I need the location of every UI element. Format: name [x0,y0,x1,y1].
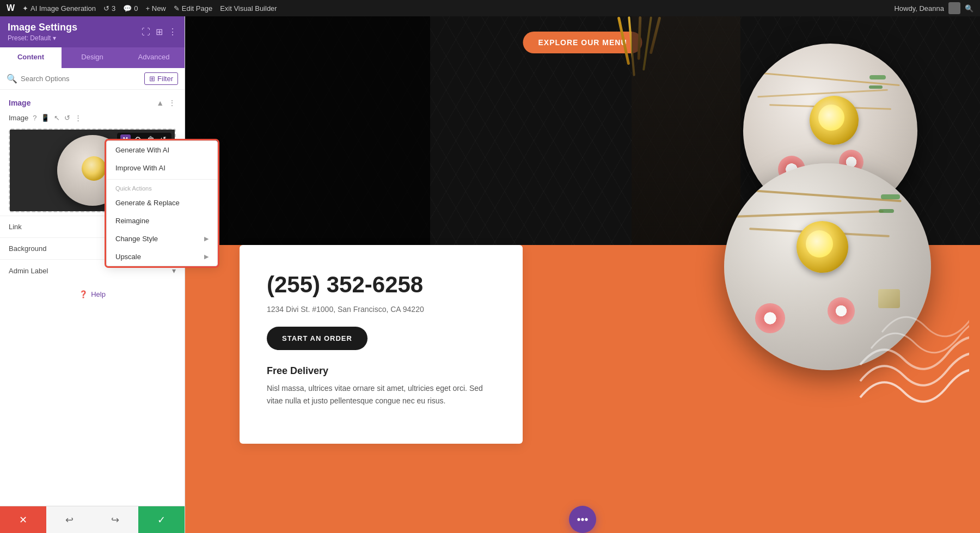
section-more-icon[interactable]: ⋮ [168,99,176,107]
generate-with-ai-label: Generate With AI [115,146,169,154]
improve-with-ai-label: Improve With AI [115,164,166,172]
green-onion [869,75,886,79]
wave-svg [849,245,969,408]
chevron-down-icon: ▾ [172,266,176,275]
filter-icon: ⊞ [149,75,155,83]
image-field-label: Image [9,114,28,122]
dark-overlay-left [185,16,430,245]
comments-link[interactable]: 💬 0 [123,4,138,13]
panel-header-info: Image Settings Preset: Default ▾ [8,22,77,42]
upscale-arrow: ▶ [204,253,209,260]
split-view-icon[interactable]: ⊞ [156,27,163,37]
tab-advanced[interactable]: Advanced [123,47,185,68]
panel-header-icons: ⛶ ⊞ ⋮ [142,27,177,37]
undo-button[interactable]: ↩ [46,506,93,533]
top-bar-right: Howdy, Deanna 🔍 [894,2,973,14]
user-avatar[interactable] [948,2,960,14]
cancel-icon: ✕ [19,514,27,526]
redo-icon: ↪ [111,514,119,526]
wordpress-logo[interactable]: W [7,3,15,13]
quick-actions-text: Quick Actions [115,185,152,192]
revisions-count: 3 [112,4,115,13]
dots-icon: ••• [577,513,588,526]
undo-icon: ↩ [65,514,74,526]
generate-replace-item[interactable]: Generate & Replace [107,194,217,212]
tab-content-label: Content [17,53,44,61]
main-layout: Image Settings Preset: Default ▾ ⛶ ⊞ ⋮ C… [0,16,980,533]
page-content: EXPLORE OUR MENU [185,16,980,533]
panel-tabs: Content Design Advanced [0,47,185,68]
order-button[interactable]: START AN ORDER [267,327,367,350]
more-icon[interactable]: ⋮ [75,114,82,122]
tab-content[interactable]: Content [0,47,62,68]
panel-preset[interactable]: Preset: Default ▾ [8,34,77,42]
top-bar: W ✦ AI Image Generation ↺ 3 💬 0 + New ✎ … [0,0,980,16]
change-style-item[interactable]: Change Style ▶ [107,230,217,248]
search-input[interactable] [21,75,141,83]
fab-button[interactable]: ••• [569,506,596,533]
green-onion-2 [869,85,883,89]
help-icon[interactable]: ? [33,114,36,122]
phone-number: (255) 352-6258 [267,272,495,297]
upscale-item[interactable]: Upscale ▶ [107,248,217,266]
collapse-icon[interactable]: ▲ [156,99,164,107]
fullscreen-icon[interactable]: ⛶ [142,27,150,37]
reset-icon[interactable]: ↺ [64,114,70,122]
address-text: 1234 Divi St. #1000, San Francisco, CA 9… [267,305,495,314]
link-label: Link [9,223,22,231]
pencil-icon: ✎ [174,4,180,13]
admin-label-text: Admin Label [9,267,48,275]
comments-count: 0 [134,4,138,13]
panel-header: Image Settings Preset: Default ▾ ⛶ ⊞ ⋮ [0,16,185,47]
exit-builder-label: Exit Visual Builder [220,4,277,13]
tab-design-label: Design [81,53,103,61]
cancel-button[interactable]: ✕ [0,506,46,533]
sparkle-icon: ✦ [22,4,28,13]
content-card: (255) 352-6258 1234 Divi St. #1000, San … [240,245,523,444]
tab-design[interactable]: Design [62,47,123,68]
menu-divider-1 [107,179,217,180]
order-btn-label: START AN ORDER [282,334,352,342]
image-section-header[interactable]: Image ▲ ⋮ [0,95,185,111]
help-row[interactable]: ❓ Help [0,281,185,307]
improve-with-ai-item[interactable]: Improve With AI [107,159,217,177]
top-bar-left: W ✦ AI Image Generation ↺ 3 💬 0 + New ✎ … [7,3,277,13]
bottom-bar: ✕ ↩ ↪ ✓ [0,506,185,533]
more-options-icon[interactable]: ⋮ [168,27,177,37]
free-delivery-title: Free Delivery [267,365,495,377]
free-delivery-text: Nisl massa, ultrices vitae ornare sit am… [267,382,495,407]
new-label: + New [146,4,166,13]
redo-button[interactable]: ↪ [93,506,139,533]
filter-button[interactable]: ⊞ Filter [144,72,178,85]
help-label: Help [91,290,106,298]
mobile-icon[interactable]: 📱 [41,114,50,122]
ai-image-generation-link[interactable]: ✦ AI Image Generation [22,4,96,13]
new-button[interactable]: + New [146,4,166,13]
search-bar: 🔍 ⊞ Filter [0,68,185,90]
reimagine-item[interactable]: Reimagine [107,212,217,230]
cursor-icon[interactable]: ↖ [54,114,60,122]
search-icon-top[interactable]: 🔍 [965,4,973,13]
egg [810,96,859,145]
change-style-label: Change Style [115,235,158,243]
save-button[interactable]: ✓ [138,506,185,533]
image-section-title: Image [9,99,30,107]
revisions-icon: ↺ [103,4,109,13]
ai-image-generation-label: AI Image Generation [30,4,96,13]
edit-page-button[interactable]: ✎ Edit Page [174,4,212,13]
upscale-label: Upscale [115,253,141,261]
ramen-right-area [724,163,953,392]
tab-advanced-label: Advanced [138,53,170,61]
left-panel: Image Settings Preset: Default ▾ ⛶ ⊞ ⋮ C… [0,16,185,533]
panel-title: Image Settings [8,22,77,33]
exit-builder-button[interactable]: Exit Visual Builder [220,4,277,13]
save-icon: ✓ [157,514,166,526]
image-field-row: Image ? 📱 ↖ ↺ ⋮ [0,111,185,125]
filter-label: Filter [157,75,173,83]
quick-actions-label: Quick Actions [107,182,217,194]
revisions-link[interactable]: ↺ 3 [103,4,115,13]
generate-with-ai-item[interactable]: Generate With AI [107,141,217,159]
help-circle-icon: ❓ [79,290,88,298]
section-icons: ▲ ⋮ [156,99,176,107]
generate-replace-label: Generate & Replace [115,199,180,207]
